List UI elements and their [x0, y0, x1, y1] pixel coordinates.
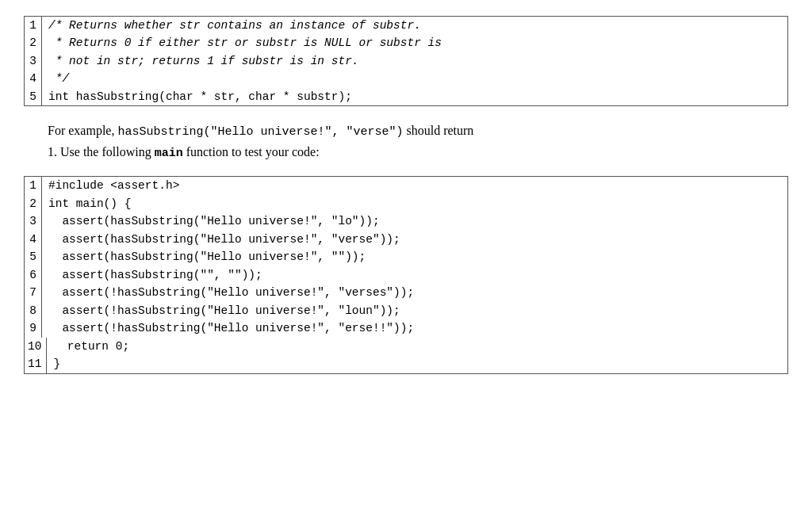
code-line: 3 assert(hasSubstring("Hello universe!",…: [25, 212, 787, 230]
code-line: 5 assert(hasSubstring("Hello universe!",…: [25, 248, 787, 266]
bold-main-text: main: [155, 147, 183, 160]
line-number: 2: [25, 34, 42, 52]
prose-text: For example,: [48, 124, 117, 137]
code-line: 8 assert(!hasSubstring("Hello universe!"…: [25, 302, 787, 319]
code-line: 2 * Returns 0 if either str or substr is…: [25, 34, 787, 52]
line-number: 5: [25, 88, 42, 105]
code-text: */: [48, 70, 69, 87]
code-text: int main() {: [48, 195, 131, 212]
code-line: 3 * not in str; returns 1 if substr is i…: [25, 52, 787, 70]
line-number: 10: [25, 338, 47, 355]
code-text: int hasSubstring(char * str, char * subs…: [48, 88, 352, 105]
code-line: 6 assert(hasSubstring("", ""));: [25, 266, 787, 284]
line-number: 4: [25, 70, 42, 87]
prose-text: should return: [403, 124, 473, 137]
code-text: #include <assert.h>: [48, 177, 179, 194]
prose-description: For example, hasSubstring("Hello univers…: [48, 120, 764, 163]
code-line: 5int hasSubstring(char * str, char * sub…: [25, 88, 787, 105]
code-line: 1#include <assert.h>: [25, 177, 787, 194]
line-number: 2: [25, 195, 42, 212]
code-block-1: 1/* Returns whether str contains an inst…: [24, 16, 788, 106]
code-block-2: 1#include <assert.h>2int main() {3 asser…: [24, 176, 788, 373]
line-number: 9: [25, 319, 42, 337]
code-text: /* Returns whether str contains an insta…: [48, 17, 421, 34]
prose-text: function to test your code:: [183, 145, 320, 159]
code-line: 2int main() {: [25, 195, 787, 212]
inline-code: hasSubstring("Hello universe!", "verse"): [117, 125, 403, 139]
code-line: 4 */: [25, 70, 787, 87]
code-text: assert(hasSubstring("", ""));: [48, 266, 262, 284]
line-number: 8: [25, 302, 42, 319]
code-text: assert(!hasSubstring("Hello universe!", …: [48, 319, 414, 337]
code-text: }: [53, 355, 60, 373]
line-number: 1: [25, 177, 42, 194]
line-number: 5: [25, 248, 42, 266]
code-text: assert(hasSubstring("Hello universe!", "…: [48, 231, 400, 248]
code-text: * not in str; returns 1 if substr is in …: [48, 52, 359, 70]
code-line: 4 assert(hasSubstring("Hello universe!",…: [25, 231, 787, 248]
line-number: 11: [25, 355, 47, 373]
line-number: 4: [25, 231, 42, 248]
code-text: assert(!hasSubstring("Hello universe!", …: [48, 284, 414, 301]
code-text: assert(!hasSubstring("Hello universe!", …: [48, 302, 400, 319]
code-line: 7 assert(!hasSubstring("Hello universe!"…: [25, 284, 787, 301]
code-text: * Returns 0 if either str or substr is N…: [48, 34, 442, 52]
code-line: 9 assert(!hasSubstring("Hello universe!"…: [25, 319, 787, 337]
code-text: return 0;: [53, 338, 129, 355]
line-number: 6: [25, 266, 42, 284]
line-number: 1: [25, 17, 42, 34]
line-number: 3: [25, 52, 42, 70]
line-number: 3: [25, 212, 42, 230]
code-line: 11}: [25, 355, 787, 373]
prose-text: 1. Use the following: [48, 145, 155, 159]
code-line: 1/* Returns whether str contains an inst…: [25, 17, 787, 34]
code-text: assert(hasSubstring("Hello universe!", "…: [48, 248, 366, 266]
code-text: assert(hasSubstring("Hello universe!", "…: [48, 212, 380, 230]
line-number: 7: [25, 284, 42, 301]
code-line: 10 return 0;: [25, 338, 787, 355]
